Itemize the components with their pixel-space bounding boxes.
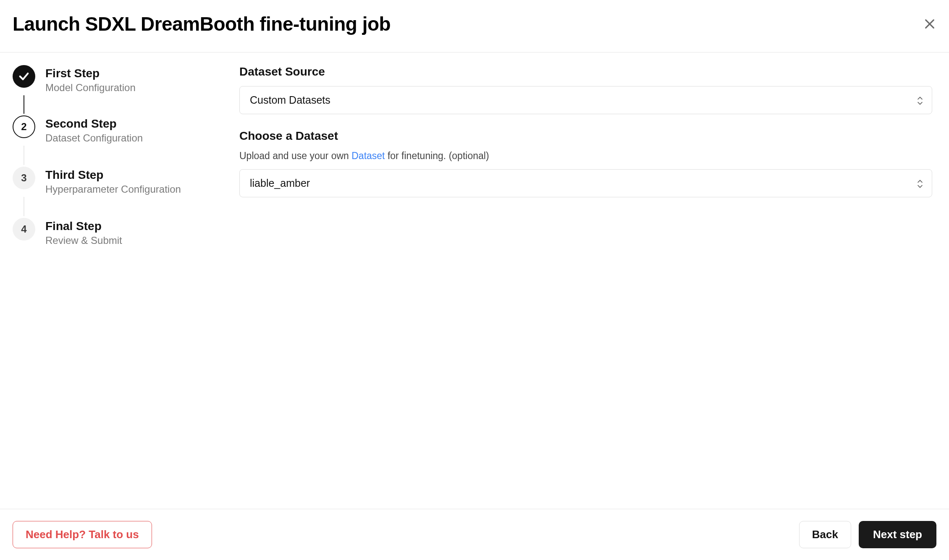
step-title: First Step xyxy=(45,67,136,80)
step-subtitle: Dataset Configuration xyxy=(45,132,143,144)
step-number-badge: 3 xyxy=(13,167,35,189)
step-subtitle: Hyperparameter Configuration xyxy=(45,183,181,195)
dataset-link[interactable]: Dataset xyxy=(351,150,385,161)
step-model-configuration[interactable]: First Step Model Configuration xyxy=(13,65,239,94)
step-connector xyxy=(24,146,24,165)
close-icon[interactable] xyxy=(923,17,936,31)
field-label: Choose a Dataset xyxy=(239,129,932,143)
step-dataset-configuration[interactable]: 2 Second Step Dataset Configuration xyxy=(13,115,239,144)
next-step-button[interactable]: Next step xyxy=(859,521,936,548)
modal-header: Launch SDXL DreamBooth fine-tuning job xyxy=(0,0,949,52)
select-value: liable_amber xyxy=(250,177,310,189)
step-title: Second Step xyxy=(45,117,143,131)
choose-dataset-section: Choose a Dataset Upload and use your own… xyxy=(239,129,932,197)
stepper-sidebar: First Step Model Configuration 2 Second … xyxy=(13,65,239,246)
check-icon xyxy=(13,65,35,88)
choose-dataset-select[interactable]: liable_amber xyxy=(239,169,932,197)
step-number-badge: 4 xyxy=(13,218,35,241)
step-review-submit[interactable]: 4 Final Step Review & Submit xyxy=(13,218,239,246)
modal-title: Launch SDXL DreamBooth fine-tuning job xyxy=(13,13,391,35)
help-button[interactable]: Need Help? Talk to us xyxy=(13,521,152,548)
dataset-source-section: Dataset Source Custom Datasets xyxy=(239,65,932,114)
chevron-updown-icon xyxy=(917,96,923,105)
dataset-source-select[interactable]: Custom Datasets xyxy=(239,86,932,114)
modal-footer: Need Help? Talk to us Back Next step xyxy=(0,509,949,560)
field-help-text: Upload and use your own Dataset for fine… xyxy=(239,150,932,162)
step-subtitle: Review & Submit xyxy=(45,235,122,246)
step-subtitle: Model Configuration xyxy=(45,82,136,94)
step-number-badge: 2 xyxy=(13,115,35,138)
step-title: Final Step xyxy=(45,220,122,233)
step-connector xyxy=(24,197,24,216)
back-button[interactable]: Back xyxy=(799,521,851,548)
select-value: Custom Datasets xyxy=(250,94,330,106)
step-title: Third Step xyxy=(45,168,181,182)
step-hyperparameter-configuration[interactable]: 3 Third Step Hyperparameter Configuratio… xyxy=(13,167,239,195)
step-connector xyxy=(24,95,24,114)
chevron-updown-icon xyxy=(917,179,923,188)
field-label: Dataset Source xyxy=(239,65,932,79)
